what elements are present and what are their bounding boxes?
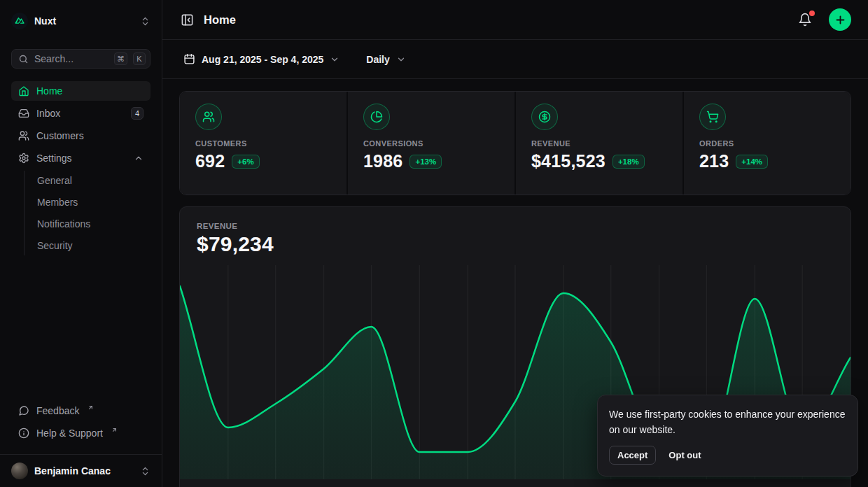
stats-grid: CUSTOMERS 692 +6% CONVERSIONS 1986 +13% … [179, 91, 851, 195]
filters-toolbar: Aug 21, 2025 - Sep 4, 2025 Daily [162, 40, 868, 79]
sidebar-item-help-support[interactable]: Help & Support [11, 423, 150, 443]
accept-button[interactable]: Accept [609, 446, 656, 465]
users-icon [18, 130, 29, 141]
info-circle-icon [18, 428, 29, 439]
sidebar-item-notifications[interactable]: Notifications [24, 214, 150, 234]
chevron-down-icon [396, 55, 406, 64]
opt-out-button[interactable]: Opt out [667, 446, 702, 464]
sidebar-item-home[interactable]: Home [11, 81, 150, 101]
home-icon [18, 85, 29, 97]
stat-value: 213 [699, 151, 729, 171]
kbd-cmd: ⌘ [114, 52, 127, 65]
sidebar: Nuxt Search... ⌘ K Home Inbox 4 Customer… [0, 0, 162, 487]
external-link-icon [88, 404, 94, 411]
search-icon [18, 54, 29, 64]
sidebar-spacer [0, 257, 162, 401]
chevrons-up-down-icon [140, 466, 150, 477]
search-input[interactable]: Search... ⌘ K [11, 49, 150, 69]
sidebar-item-security[interactable]: Security [24, 236, 150, 255]
chart-title: REVENUE [197, 222, 834, 230]
stat-card-revenue[interactable]: REVENUE $415,523 +18% [516, 92, 682, 195]
pie-chart-icon [370, 111, 383, 123]
chat-bubble-icon [18, 405, 29, 416]
stat-card-orders[interactable]: ORDERS 213 +14% [684, 92, 850, 195]
workspace-name: Nuxt [34, 15, 134, 27]
sidebar-item-inbox[interactable]: Inbox 4 [11, 104, 150, 123]
stat-value: 692 [195, 151, 225, 171]
cookie-banner: We use first-party cookies to enhance yo… [597, 395, 858, 477]
delta-badge: +18% [612, 155, 645, 169]
chevron-up-icon [134, 153, 144, 163]
kbd-k: K [133, 52, 146, 65]
user-name: Benjamin Canac [34, 465, 134, 477]
chevron-down-icon [330, 55, 340, 64]
stat-value: $415,523 [531, 151, 606, 171]
cookie-message: We use first-party cookies to enhance yo… [609, 407, 846, 437]
chevrons-up-down-icon [140, 16, 150, 27]
workspace-switcher[interactable]: Nuxt [11, 11, 156, 31]
page-title: Home [204, 13, 788, 27]
chart-current-value: $79,234 [197, 232, 834, 256]
delta-badge: +13% [410, 155, 442, 169]
sidebar-item-general[interactable]: General [24, 171, 150, 190]
cart-icon [706, 111, 719, 123]
sidebar-item-members[interactable]: Members [24, 192, 150, 212]
avatar [11, 463, 28, 479]
inbox-count-badge: 4 [131, 107, 144, 120]
notification-dot [809, 10, 815, 16]
calendar-icon [183, 53, 195, 65]
sidebar-collapse-button[interactable] [179, 12, 195, 28]
sidebar-item-feedback[interactable]: Feedback [11, 401, 150, 421]
date-range-picker[interactable]: Aug 21, 2025 - Sep 4, 2025 [179, 49, 344, 69]
gear-icon [18, 153, 29, 164]
page-header: Home [162, 0, 868, 40]
inbox-icon [18, 108, 29, 119]
search-placeholder: Search... [34, 53, 108, 64]
external-link-icon [111, 427, 118, 433]
sidebar-item-settings[interactable]: Settings [11, 148, 150, 168]
interval-select[interactable]: Daily [362, 50, 410, 69]
stat-value: 1986 [363, 151, 402, 171]
notifications-button[interactable] [797, 11, 813, 28]
stat-card-customers[interactable]: CUSTOMERS 692 +6% [180, 92, 346, 195]
settings-subnav: General Members Notifications Security [24, 171, 150, 255]
users-icon [202, 111, 215, 123]
stat-card-conversions[interactable]: CONVERSIONS 1986 +13% [348, 92, 514, 195]
user-menu[interactable]: Benjamin Canac [0, 454, 162, 487]
sidebar-item-customers[interactable]: Customers [11, 126, 150, 146]
delta-badge: +14% [736, 155, 768, 169]
sidebar-footer: Feedback Help & Support [0, 401, 162, 454]
circle-dollar-icon [538, 111, 551, 123]
sidebar-nav: Home Inbox 4 Customers Settings General … [0, 81, 162, 257]
add-button[interactable] [829, 8, 851, 31]
plus-icon [834, 14, 846, 26]
delta-badge: +6% [232, 155, 259, 169]
panel-left-close-icon [181, 13, 194, 27]
nuxt-logo-icon [11, 13, 28, 29]
